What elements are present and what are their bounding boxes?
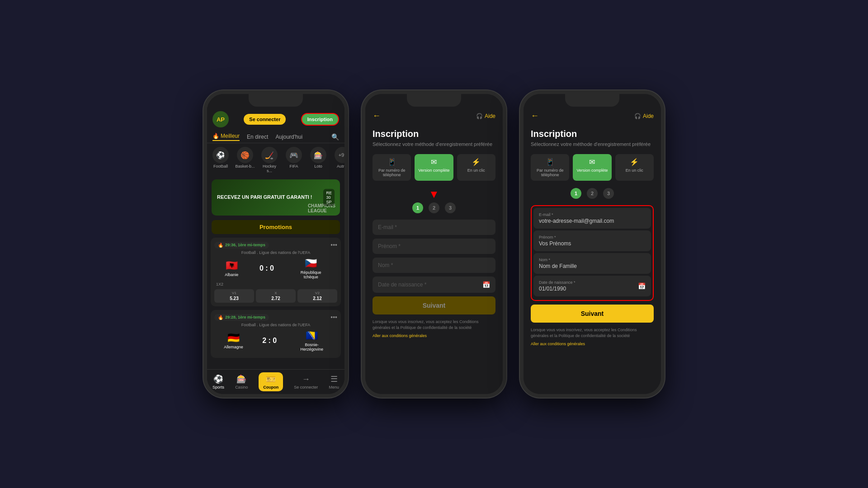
match-card-2: 🔥 29:28, 1ère mi-temps ••• Football . Li… xyxy=(211,310,341,358)
steps-row-2: 1 2 3 xyxy=(373,202,495,213)
method-phone-2[interactable]: 📱 Par numéro de téléphone xyxy=(373,154,411,181)
phone2-topbar: ← 🎧 Aide xyxy=(365,108,503,124)
oneclick-icon-3: ⚡ xyxy=(630,158,639,166)
fire-icon-1: 🔥 xyxy=(218,243,223,248)
nom-field-3-content: Nom * Nom de Famille xyxy=(539,258,577,269)
sport-fifa[interactable]: 🎮 FIFA xyxy=(284,147,304,173)
hockey-label: Hockey s... xyxy=(259,164,279,173)
autres-icon: +99 xyxy=(335,147,344,163)
tab-aujourdhui[interactable]: Aujourd'hui xyxy=(275,134,302,140)
coupon-label: Coupon xyxy=(263,385,278,389)
phone1-header: AP Se connecter Inscription xyxy=(207,108,344,131)
tab-en-direct[interactable]: En direct xyxy=(247,134,268,140)
back-button-2[interactable]: ← xyxy=(373,111,381,121)
nav-coupon[interactable]: 🎫 Coupon xyxy=(259,372,283,391)
back-button-3[interactable]: ← xyxy=(531,111,539,121)
loto-icon: 🎰 xyxy=(310,147,326,163)
form-subtitle-2: Sélectionnez votre méthode d'enregistrem… xyxy=(373,141,495,148)
phone1-screen: AP Se connecter Inscription 🔥 Meilleur E… xyxy=(207,94,344,394)
casino-label: Casino xyxy=(235,385,248,389)
autres-label: Autres xyxy=(337,164,344,169)
prenom-field-3[interactable]: Prénom * Vos Prénoms xyxy=(533,230,651,251)
step-1-2: 1 xyxy=(412,202,423,213)
sport-autres[interactable]: +99 Autres xyxy=(333,147,344,173)
app-logo: AP xyxy=(212,111,229,127)
fire-icon: 🔥 xyxy=(212,133,219,139)
sport-hockey[interactable]: 🏒 Hockey s... xyxy=(259,147,279,173)
prenom-label-3: Prénom * xyxy=(539,235,571,239)
football-label: Football xyxy=(213,164,228,169)
more-options-2[interactable]: ••• xyxy=(330,314,337,321)
tab-meilleur[interactable]: 🔥 Meilleur xyxy=(212,133,240,141)
phone-3: ← 🎧 Aide Inscription Sélectionnez votre … xyxy=(520,90,665,398)
form-title-2: Inscription xyxy=(373,129,495,139)
next-button-2[interactable]: Suivant xyxy=(373,296,495,314)
oneclick-label-3: En un clic xyxy=(626,168,643,173)
match1-1x2-label: 1X2 xyxy=(214,282,337,286)
connect-button[interactable]: Se connecter xyxy=(244,114,286,125)
team2-name: République tchèque xyxy=(295,270,327,279)
nav-connect[interactable]: → Se connecter xyxy=(294,375,318,389)
phone-2: ← 🎧 Aide Inscription Sélectionnez votre … xyxy=(362,90,506,398)
team1-name: Albanie xyxy=(225,272,238,277)
email-field-3[interactable]: E-mail * votre-adresse-mail@gmail.com xyxy=(533,208,651,229)
promo-banner[interactable]: RECEVEZ UN PARI GRATUIT GARANTI ! RE 30 … xyxy=(212,179,340,216)
team1-flag: 🇦🇱 xyxy=(226,260,238,272)
promotions-button[interactable]: Promotions xyxy=(212,220,340,234)
sport-football[interactable]: ⚽ Football xyxy=(211,147,231,173)
method-oneclick-2[interactable]: ⚡ En un clic xyxy=(457,154,495,181)
reg-methods-3: 📱 Par numéro de téléphone ✉ Version comp… xyxy=(531,154,654,181)
prenom-value-3: Vos Prénoms xyxy=(539,240,571,247)
odd-v1-1[interactable]: V1 5.23 xyxy=(214,289,254,303)
match2-league: Football . Ligue des nations de l'UEFA xyxy=(214,323,337,327)
terms-link-3[interactable]: Aller aux conditions générales xyxy=(531,342,654,346)
banner-badge: RE 30 SP xyxy=(323,189,335,206)
more-options-1[interactable]: ••• xyxy=(330,241,337,249)
team2-flag-2: 🇧🇦 xyxy=(306,330,318,342)
dob-field-2[interactable]: Date de naissance * 📅 xyxy=(373,277,495,293)
phone2-form: Inscription Sélectionnez votre méthode d… xyxy=(365,124,503,394)
team1-name-2: Allemagne xyxy=(224,345,243,349)
dob-label-3: Date de naissance * xyxy=(539,280,576,285)
email-field-2[interactable]: E-mail * xyxy=(373,220,495,235)
login-icon: → xyxy=(302,375,310,384)
method-full-3[interactable]: ✉ Version complète xyxy=(573,154,611,181)
nav-sports[interactable]: ⚽ Sports xyxy=(212,374,224,389)
team2-flag: 🇨🇿 xyxy=(305,258,317,269)
prenom-field-2[interactable]: Prénom * xyxy=(373,239,495,254)
sports-icons-row: ⚽ Football 🏀 Basket-b... 🏒 Hockey s... 🎮… xyxy=(207,143,344,177)
odd-x-1[interactable]: X 2.72 xyxy=(256,289,296,303)
help-button-3[interactable]: 🎧 Aide xyxy=(634,113,654,119)
step-3-3: 3 xyxy=(603,188,614,199)
method-full-2[interactable]: ✉ Version complète xyxy=(415,154,453,181)
basketball-icon: 🏀 xyxy=(237,147,253,163)
team1-match2: 🇩🇪 Allemagne xyxy=(224,332,243,349)
fire-icon-2: 🔥 xyxy=(218,315,223,320)
coupon-icon: 🎫 xyxy=(266,374,276,384)
method-phone-3[interactable]: 📱 Par numéro de téléphone xyxy=(531,154,569,181)
odd-v2-1[interactable]: V2 2.12 xyxy=(297,289,337,303)
nom-field-2[interactable]: Nom * xyxy=(373,258,495,273)
match2-header: 🔥 29:28, 1ère mi-temps ••• xyxy=(214,314,337,321)
headphone-icon-3: 🎧 xyxy=(634,113,641,119)
connect-label: Se connecter xyxy=(294,385,318,389)
method-oneclick-3[interactable]: ⚡ En un clic xyxy=(615,154,654,181)
live-badge-1: 🔥 29:36, 1ère mi-temps xyxy=(214,242,269,249)
terms-link-2[interactable]: Aller aux conditions générales xyxy=(373,333,495,338)
sport-loto[interactable]: 🎰 Loto xyxy=(308,147,328,173)
next-button-3[interactable]: Suivant xyxy=(531,305,654,323)
dob-field-3[interactable]: Date de naissance * 01/01/1990 📅 xyxy=(533,276,651,296)
inscription-button[interactable]: Inscription xyxy=(301,113,339,126)
help-button-2[interactable]: 🎧 Aide xyxy=(476,113,495,119)
nom-field-3[interactable]: Nom * Nom de Famille xyxy=(533,253,651,274)
email-method-label-2: Version complète xyxy=(418,168,449,173)
sports-label: Sports xyxy=(212,385,224,389)
search-icon[interactable]: 🔍 xyxy=(331,133,339,141)
sport-basketball[interactable]: 🏀 Basket-b... xyxy=(235,147,255,173)
nav-menu[interactable]: ☰ Menu xyxy=(329,374,339,389)
live-badge-2: 🔥 29:28, 1ère mi-temps xyxy=(214,314,269,321)
prenom-placeholder-2: Prénom * xyxy=(378,243,401,249)
email-field-3-content: E-mail * votre-adresse-mail@gmail.com xyxy=(539,212,614,224)
nav-casino[interactable]: 🎰 Casino xyxy=(235,374,248,389)
live-time-2: 29:28, 1ère mi-temps xyxy=(225,315,265,319)
